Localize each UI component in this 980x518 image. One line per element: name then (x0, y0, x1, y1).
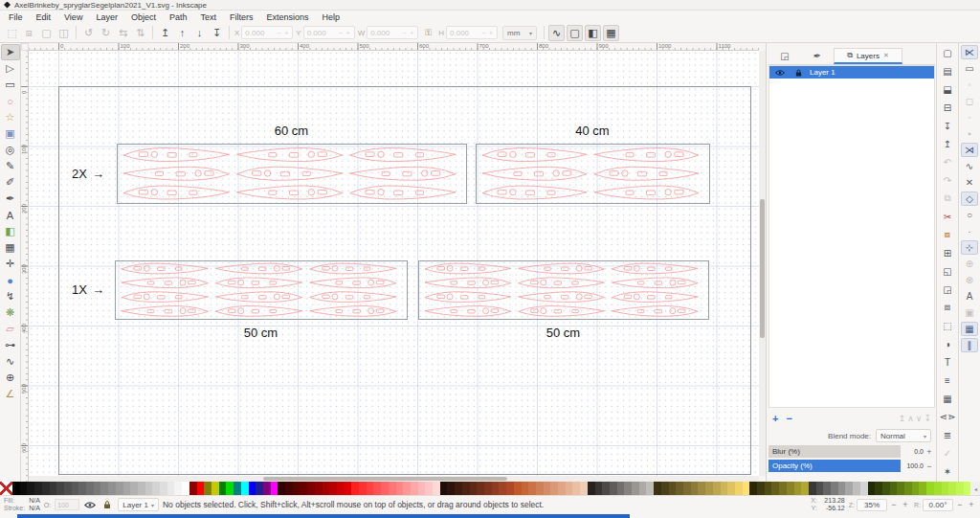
menu-layer[interactable]: Layer (89, 12, 124, 22)
rib-shape[interactable] (425, 263, 511, 274)
rotate-cw-button[interactable]: ↻ (98, 25, 114, 41)
opacity-step-button[interactable]: − (924, 462, 935, 471)
color-swatch[interactable] (853, 482, 860, 495)
rotation-plus-button[interactable]: + (967, 500, 976, 509)
menu-extensions[interactable]: Extensions (259, 12, 315, 22)
copy-icon[interactable]: ⧉ (939, 191, 956, 206)
color-swatch[interactable] (440, 482, 448, 495)
color-swatch[interactable] (307, 482, 315, 495)
snap-others-icon[interactable]: ⊹ (961, 240, 978, 255)
drawing-canvas[interactable]: 60 cm40 cm50 cm50 cm2X→1X→ (29, 51, 759, 476)
flip-horizontal-button[interactable]: ⇆ (115, 25, 131, 41)
remove-layer-button[interactable]: − (786, 413, 791, 424)
y-value[interactable]: 0.000 (307, 29, 326, 37)
color-swatch[interactable] (595, 482, 603, 495)
color-swatch[interactable] (860, 482, 868, 495)
menu-object[interactable]: Object (124, 12, 163, 22)
snap-smooth-node-icon[interactable]: ○ (961, 208, 978, 222)
scale-corners-toggle[interactable]: ▢ (567, 25, 583, 41)
snap-enabled-icon[interactable]: ⋉ (961, 45, 978, 59)
color-swatch[interactable] (477, 482, 484, 495)
color-swatch[interactable] (64, 482, 72, 495)
lower-to-bottom-button[interactable]: ↧ (209, 25, 225, 41)
lpe-tool[interactable]: ∿ (1, 353, 20, 370)
color-swatch[interactable] (219, 482, 227, 495)
color-swatch[interactable] (646, 482, 654, 495)
layer-visibility-eye-icon[interactable] (773, 66, 787, 79)
rib-shape[interactable] (310, 292, 396, 303)
color-swatch[interactable] (293, 482, 301, 495)
vertical-scrollbar-thumb[interactable] (760, 199, 765, 338)
color-swatch[interactable] (897, 482, 904, 495)
color-swatch[interactable] (721, 482, 728, 495)
color-swatch[interactable] (373, 482, 381, 495)
color-swatch[interactable] (926, 482, 934, 495)
color-swatch[interactable] (447, 482, 455, 495)
color-swatch[interactable] (411, 482, 418, 495)
rib-shape[interactable] (425, 292, 511, 303)
bucket-tool[interactable]: ● (1, 272, 20, 288)
color-swatch[interactable] (12, 482, 20, 495)
snap-page-border-icon[interactable]: ▣ (961, 305, 978, 320)
color-swatch[interactable] (544, 482, 551, 495)
snap-object-center-icon[interactable]: ⊕ (961, 257, 978, 271)
color-swatch[interactable] (167, 482, 175, 495)
rotate-ccw-button[interactable]: ↺ (80, 25, 97, 41)
rib-shape[interactable] (122, 278, 208, 288)
color-swatch[interactable] (845, 482, 853, 495)
text-tool[interactable]: A (1, 207, 20, 223)
snap-bbox-midpoint-icon[interactable]: ◦ (961, 110, 978, 124)
color-swatch[interactable] (278, 482, 285, 495)
rib-shape[interactable] (236, 147, 342, 161)
selector-tool[interactable]: ➤ (1, 44, 20, 60)
units-dropdown[interactable]: mm ▾ (502, 26, 537, 40)
layers-dialog-icon[interactable]: ≣ (939, 427, 956, 442)
color-swatch[interactable] (182, 482, 189, 495)
add-layer-button[interactable]: + (772, 413, 778, 424)
blend-mode-dropdown[interactable]: Normal ▾ (876, 429, 931, 442)
rib-shape[interactable] (122, 263, 208, 274)
rib-shape[interactable] (482, 147, 587, 161)
color-swatch[interactable] (72, 482, 79, 495)
menu-edit[interactable]: Edit (30, 12, 58, 22)
duplicate-icon[interactable]: ⊞ (939, 245, 956, 260)
color-swatch[interactable] (698, 482, 705, 495)
ellipse-tool[interactable]: ○ (1, 93, 20, 109)
cut-icon[interactable]: ✂ (939, 209, 956, 224)
color-swatch[interactable] (654, 482, 661, 495)
layer-lower-button[interactable]: ∨ (916, 414, 923, 423)
color-swatch[interactable] (558, 482, 566, 495)
color-swatch[interactable] (838, 482, 846, 495)
color-swatch[interactable] (787, 482, 794, 495)
fill-stroke-indicator[interactable]: Fill: N/A Stroke: N/A (4, 497, 40, 512)
rib-shape[interactable] (310, 263, 396, 274)
color-swatch[interactable] (617, 482, 625, 495)
rib-shape[interactable] (215, 278, 301, 288)
layer-list[interactable]: Layer 1 (768, 65, 935, 408)
h-value[interactable]: 0.000 (450, 29, 469, 37)
pen-tool[interactable]: ✐ (1, 174, 20, 191)
color-swatch[interactable] (749, 482, 757, 495)
menu-filters[interactable]: Filters (223, 12, 260, 22)
box3d-tool[interactable]: ▣ (1, 125, 20, 142)
color-swatch[interactable] (197, 482, 205, 495)
color-swatch[interactable] (300, 482, 307, 495)
rectangle-tool[interactable]: ▭ (1, 77, 20, 93)
color-swatch[interactable] (779, 482, 787, 495)
color-swatch[interactable] (241, 482, 249, 495)
color-swatch[interactable] (323, 482, 330, 495)
rib-shape[interactable] (519, 263, 605, 274)
color-swatch[interactable] (212, 482, 219, 495)
node-tool[interactable]: ▷ (1, 60, 20, 77)
color-swatch[interactable] (683, 482, 691, 495)
snap-grid-icon[interactable]: ▦ (961, 322, 978, 336)
w-steppers[interactable]: − + (402, 30, 414, 36)
tab-fill-stroke[interactable]: ✒ (801, 48, 834, 64)
rib-shape[interactable] (519, 305, 605, 316)
layer-raise-button[interactable]: ∧ (907, 414, 914, 423)
rib-shape[interactable] (122, 305, 208, 316)
color-swatch[interactable] (816, 482, 824, 495)
color-swatch[interactable] (285, 482, 293, 495)
color-swatch[interactable] (566, 482, 573, 495)
cut-sheet-outline[interactable] (116, 261, 408, 320)
